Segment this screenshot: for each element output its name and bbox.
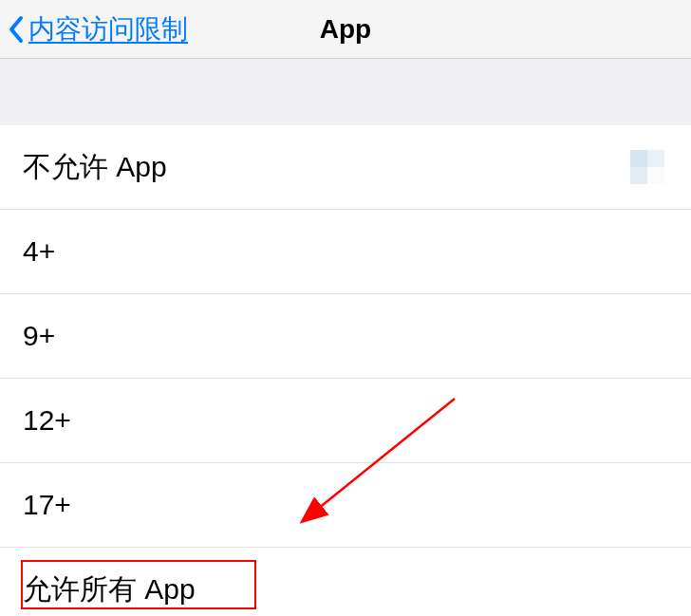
option-17-plus[interactable]: 17+: [0, 463, 691, 548]
navigation-bar: 内容访问限制 App: [0, 0, 691, 59]
option-label: 不允许 App: [23, 148, 167, 187]
option-label: 12+: [23, 404, 71, 437]
option-label: 4+: [23, 235, 55, 268]
svg-rect-1: [647, 150, 664, 167]
section-spacer: [0, 59, 691, 125]
option-allow-all-apps[interactable]: 允许所有 App: [0, 548, 691, 616]
option-4-plus[interactable]: 4+: [0, 210, 691, 294]
option-label: 允许所有 App: [23, 570, 196, 609]
option-label: 9+: [23, 320, 55, 352]
option-disallow-apps[interactable]: 不允许 App: [0, 125, 691, 210]
watermark-icon: [630, 150, 664, 184]
back-button[interactable]: 内容访问限制: [0, 11, 188, 47]
options-list: 不允许 App 4+ 9+ 12+ 17+ 允许所有 App: [0, 125, 691, 616]
page-title: App: [320, 14, 371, 45]
back-label: 内容访问限制: [28, 11, 188, 47]
svg-rect-2: [630, 167, 647, 184]
back-chevron-icon: [8, 15, 25, 44]
option-12-plus[interactable]: 12+: [0, 379, 691, 463]
option-label: 17+: [23, 489, 71, 521]
svg-rect-3: [647, 167, 664, 184]
svg-rect-0: [630, 150, 647, 167]
option-9-plus[interactable]: 9+: [0, 294, 691, 379]
